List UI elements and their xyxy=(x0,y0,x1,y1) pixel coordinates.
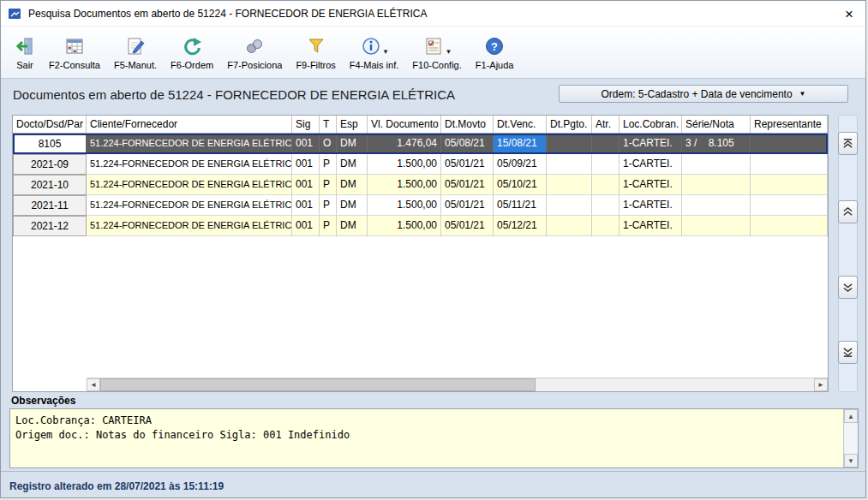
toolbar-button-f7-posiciona[interactable]: F7-Posiciona xyxy=(220,31,289,72)
horizontal-scrollbar[interactable]: ◄ ► xyxy=(87,378,828,391)
column-header[interactable]: T xyxy=(320,116,337,133)
cell-serie[interactable] xyxy=(682,216,751,236)
cell-loc[interactable]: 1-CARTEI. xyxy=(620,216,682,236)
column-header[interactable]: Representante xyxy=(751,116,828,133)
toolbar-button-f4-mais-inf[interactable]: ▾ F4-Mais inf. xyxy=(343,31,405,72)
scroll-up-button[interactable]: ▲ xyxy=(844,409,858,423)
column-header[interactable]: Dt.Movto xyxy=(441,116,494,133)
cell-docto[interactable]: 2021-12 xyxy=(13,216,87,236)
cell-dt_pgto[interactable] xyxy=(547,175,592,195)
cell-serie[interactable] xyxy=(682,175,751,195)
toolbar-button-f1-ajuda[interactable]: ? F1-Ajuda xyxy=(469,31,521,72)
cell-atr[interactable] xyxy=(592,154,620,175)
cell-dt_pgto[interactable] xyxy=(547,154,592,175)
cell-dt_movto[interactable]: 05/08/21 xyxy=(441,134,494,154)
cell-dt_movto[interactable]: 05/01/21 xyxy=(441,216,494,236)
table-row[interactable]: 2021-1251.224-FORNECEDOR DE ENERGIA ELÉT… xyxy=(13,216,828,236)
cell-t[interactable]: P xyxy=(320,154,337,175)
cell-loc[interactable]: 1-CARTEI. xyxy=(620,175,682,195)
cell-docto[interactable]: 2021-11 xyxy=(13,195,87,216)
scrollbar-thumb[interactable] xyxy=(100,378,536,391)
column-header[interactable]: Loc.Cobran. xyxy=(620,116,682,133)
cell-dt_movto[interactable]: 05/01/21 xyxy=(441,195,494,216)
column-header[interactable]: Cliente/Fornecedor xyxy=(87,116,292,133)
cell-t[interactable]: P xyxy=(320,216,337,236)
dropdown-arrow-icon[interactable]: ▾ xyxy=(446,47,451,56)
column-header[interactable]: Dt.Venc. xyxy=(494,116,547,133)
cell-sig[interactable]: 001 xyxy=(292,175,320,195)
cell-rep[interactable] xyxy=(751,195,828,216)
cell-esp[interactable]: DM xyxy=(337,216,368,236)
scroll-right-button[interactable]: ► xyxy=(814,378,828,391)
cell-valor[interactable]: 1.476,04 xyxy=(368,134,441,154)
cell-loc[interactable]: 1-CARTEI. xyxy=(620,195,682,216)
observations-box[interactable]: Loc.Cobrança: CARTEIRA Origem doc.: Nota… xyxy=(9,408,859,468)
cell-sig[interactable]: 001 xyxy=(292,134,320,154)
cell-esp[interactable]: DM xyxy=(337,175,368,195)
toolbar-button-f2-consulta[interactable]: F2-Consulta xyxy=(42,31,107,72)
cell-rep[interactable] xyxy=(751,134,828,154)
cell-dt_venc[interactable]: 05/10/21 xyxy=(494,175,547,195)
toolbar-button-f9-filtros[interactable]: F9-Filtros xyxy=(289,31,342,72)
cell-dt_venc[interactable]: 05/12/21 xyxy=(494,216,547,236)
cell-cliente[interactable]: 51.224-FORNECEDOR DE ENERGIA ELÉTRICA xyxy=(87,195,292,216)
cell-sig[interactable]: 001 xyxy=(292,195,320,216)
column-header[interactable]: Docto/Dsd/Par xyxy=(13,116,87,133)
cell-sig[interactable]: 001 xyxy=(292,216,320,236)
cell-docto[interactable]: 2021-09 xyxy=(13,154,87,175)
cell-dt_pgto[interactable] xyxy=(547,195,592,216)
cell-valor[interactable]: 1.500,00 xyxy=(368,216,441,236)
column-header[interactable]: Sig xyxy=(292,116,320,133)
cell-dt_pgto[interactable] xyxy=(547,134,592,154)
table-row[interactable]: 810551.224-FORNECEDOR DE ENERGIA ELÉTRIC… xyxy=(13,134,828,154)
first-record-button[interactable] xyxy=(838,132,858,155)
cell-rep[interactable] xyxy=(751,216,828,236)
close-button[interactable]: × xyxy=(840,4,859,23)
cell-serie[interactable] xyxy=(682,154,751,175)
cell-rep[interactable] xyxy=(751,154,828,175)
table-row[interactable]: 2021-0951.224-FORNECEDOR DE ENERGIA ELÉT… xyxy=(13,154,828,175)
cell-dt_movto[interactable]: 05/01/21 xyxy=(441,154,494,175)
cell-esp[interactable]: DM xyxy=(337,134,368,154)
cell-loc[interactable]: 1-CARTEI. xyxy=(620,134,682,154)
observations-scrollbar[interactable]: ▲ ▼ xyxy=(843,409,858,467)
cell-docto[interactable]: 8105 xyxy=(13,134,87,154)
cell-esp[interactable]: DM xyxy=(337,154,368,175)
scroll-down-button[interactable]: ▼ xyxy=(844,454,858,467)
scrollbar-track[interactable] xyxy=(100,378,814,391)
dropdown-arrow-icon[interactable]: ▾ xyxy=(384,47,388,56)
table-row[interactable]: 2021-1151.224-FORNECEDOR DE ENERGIA ELÉT… xyxy=(13,195,828,216)
toolbar-button-f5-manut[interactable]: F5-Manut. xyxy=(107,31,164,72)
cell-loc[interactable]: 1-CARTEI. xyxy=(620,154,682,175)
cell-cliente[interactable]: 51.224-FORNECEDOR DE ENERGIA ELÉTRICA xyxy=(87,154,292,175)
cell-docto[interactable]: 2021-10 xyxy=(13,175,87,195)
column-header[interactable]: Série/Nota xyxy=(682,116,751,133)
cell-t[interactable]: P xyxy=(320,175,337,195)
cell-cliente[interactable]: 51.224-FORNECEDOR DE ENERGIA ELÉTRICA xyxy=(87,134,292,154)
order-dropdown-button[interactable]: Ordem: 5-Cadastro + Data de vencimento ▼ xyxy=(559,85,848,103)
column-header[interactable]: Esp xyxy=(337,116,368,133)
cell-atr[interactable] xyxy=(592,134,620,154)
column-header[interactable]: Vl. Documento xyxy=(368,116,441,133)
next-page-button[interactable] xyxy=(838,276,858,299)
cell-sig[interactable]: 001 xyxy=(292,154,320,175)
cell-cliente[interactable]: 51.224-FORNECEDOR DE ENERGIA ELÉTRICA xyxy=(87,175,292,195)
cell-valor[interactable]: 1.500,00 xyxy=(368,195,441,216)
toolbar-button-sair[interactable]: Sair xyxy=(8,31,42,72)
cell-dt_venc[interactable]: 05/09/21 xyxy=(494,154,547,175)
cell-serie[interactable]: 3 / 8.105 xyxy=(682,134,751,154)
cell-atr[interactable] xyxy=(592,216,620,236)
toolbar-button-f10-config[interactable]: ▾ F10-Config. xyxy=(405,31,468,72)
scroll-left-button[interactable]: ◄ xyxy=(87,378,100,391)
cell-esp[interactable]: DM xyxy=(337,195,368,216)
cell-atr[interactable] xyxy=(592,175,620,195)
cell-serie[interactable] xyxy=(682,195,751,216)
column-header[interactable]: Atr. xyxy=(592,116,620,133)
cell-valor[interactable]: 1.500,00 xyxy=(368,154,441,175)
prior-page-button[interactable] xyxy=(838,200,858,223)
cell-dt_venc[interactable]: 15/08/21 xyxy=(494,134,547,154)
cell-dt_venc[interactable]: 05/11/21 xyxy=(494,195,547,216)
last-record-button[interactable] xyxy=(838,341,858,364)
cell-dt_pgto[interactable] xyxy=(547,216,592,236)
toolbar-button-f6-ordem[interactable]: F6-Ordem xyxy=(164,31,220,72)
